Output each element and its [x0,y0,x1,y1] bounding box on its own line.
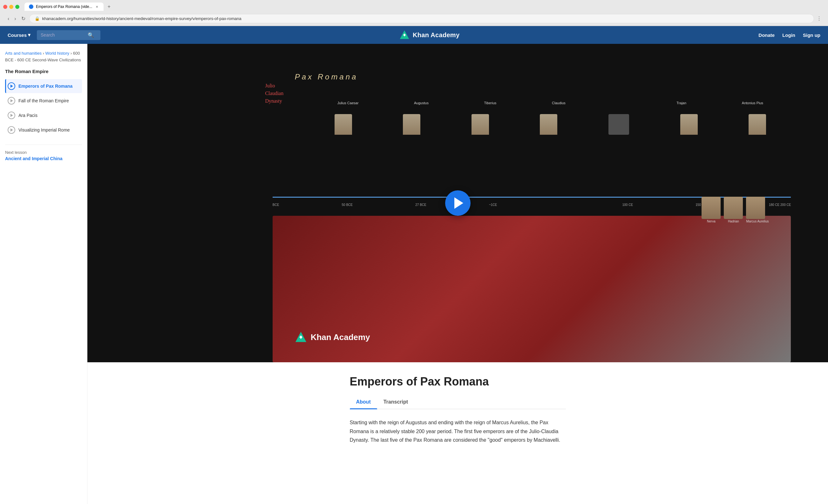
emperor-labels: Julius Caesar Augustus Tiberius Claudius… [309,101,791,105]
tab-title: Emperors of Pax Romana (vide... [36,4,92,9]
address-bar[interactable]: 🔒 khanacadem.org/humanities/world-histor… [29,14,814,23]
lesson-item-ara[interactable]: Ara Pacis [5,109,82,122]
lesson-title-visualizing: Visualizing Imperial Rome [18,127,70,132]
sidebar: Arts and humanities › World history › 60… [0,44,87,504]
login-button[interactable]: Login [782,32,795,38]
tabs-row: About Transcript [350,396,566,409]
lesson-list: Emperors of Pax Romana Fall of the Roman… [5,79,82,137]
play-triangle-icon-visualizing [10,128,13,132]
breadcrumb-world-history[interactable]: World history [45,51,69,56]
pax-romana-title: Pax Romana [295,73,358,81]
active-tab[interactable]: Emperors of Pax Romana (vide... ✕ [25,3,104,11]
play-arrow-icon [454,197,463,209]
tab-about[interactable]: About [350,396,377,409]
browser-chrome: Emperors of Pax Romana (vide... ✕ + ‹ › … [0,0,828,26]
play-triangle-icon-ara [10,114,13,117]
search-input[interactable] [41,32,85,38]
lesson-title-ara: Ara Pacis [18,113,38,118]
page-layout: Arts and humanities › World history › 60… [0,44,828,504]
close-window-btn[interactable] [3,5,7,9]
article-title: Emperors of Pax Romana [350,375,566,388]
main-content: Pax Romana JulioClaudianDynasty Julius C… [87,44,828,504]
courses-chevron-icon: ▾ [28,32,31,38]
play-triangle-icon [10,85,13,88]
url-text: khanacadem.org/humanities/world-history/… [42,16,809,21]
play-button[interactable] [445,191,470,216]
forward-button[interactable]: › [13,15,17,23]
signup-button[interactable]: Sign up [803,32,820,38]
courses-label: Courses [8,32,27,38]
dynasty-text: JulioClaudianDynasty [265,82,283,105]
ka-watermark-icon [295,331,307,343]
tab-transcript[interactable]: Transcript [377,396,414,409]
lower-busts: Nerva Hadrian Marcus Aurelius [702,197,769,223]
play-btn-visualizing [8,126,15,134]
courses-menu[interactable]: Courses ▾ [8,32,31,38]
article-body: Starting with the reign of Augustus and … [350,418,566,444]
emperor-busts [309,114,791,135]
next-lesson-section: Next lesson Ancient and Imperial China [5,144,82,161]
ka-watermark: Khan Academy [295,331,370,343]
back-button[interactable]: ‹ [6,15,10,23]
lesson-item-emperors[interactable]: Emperors of Pax Romana [5,79,82,93]
tab-bar: Emperors of Pax Romana (vide... ✕ + [3,3,825,11]
lesson-item-visualizing[interactable]: Visualizing Imperial Rome [5,123,82,137]
window-controls [3,5,19,9]
search-icon: 🔍 [88,32,94,38]
video-placeholder: Pax Romana JulioClaudianDynasty Julius C… [87,44,828,362]
minimize-window-btn[interactable] [9,5,13,9]
play-btn-ara [8,112,15,119]
ka-navbar: Courses ▾ 🔍 Khan Academy Donate Login Si… [0,26,828,44]
tab-favicon [29,4,33,9]
ka-nav-right: Donate Login Sign up [758,32,820,38]
ka-watermark-text: Khan Academy [311,332,370,342]
article-section: Emperors of Pax Romana About Transcript … [331,362,585,457]
tab-close-btn[interactable]: ✕ [95,4,99,9]
reload-button[interactable]: ↻ [20,14,27,23]
browser-menu-icon[interactable]: ⋮ [817,15,822,22]
ka-logo-text: Khan Academy [413,32,459,39]
unit-title: The Roman Empire [5,69,82,74]
new-tab-button[interactable]: + [105,3,113,11]
ka-logo-icon [400,30,410,40]
lesson-title-fall: Fall of the Roman Empire [18,98,69,103]
address-bar-row: ‹ › ↻ 🔒 khanacadem.org/humanities/world-… [3,13,825,26]
lock-icon: 🔒 [35,16,40,21]
breadcrumb-sep2: › [71,51,73,56]
play-overlay[interactable] [445,191,470,216]
search-box[interactable]: 🔍 [37,30,100,40]
next-lesson-title[interactable]: Ancient and Imperial China [5,156,82,161]
breadcrumb: Arts and humanities › World history › 60… [5,50,82,64]
breadcrumb-arts[interactable]: Arts and humanities [5,51,42,56]
ka-logo[interactable]: Khan Academy [107,30,752,40]
lesson-item-fall[interactable]: Fall of the Roman Empire [5,94,82,108]
maximize-window-btn[interactable] [15,5,19,9]
play-btn-emperors [8,82,15,90]
lesson-title-emperors: Emperors of Pax Romana [18,84,73,89]
donate-button[interactable]: Donate [758,32,775,38]
play-triangle-icon-fall [10,99,13,102]
play-btn-fall [8,97,15,104]
video-container: Pax Romana JulioClaudianDynasty Julius C… [87,44,828,362]
next-lesson-label: Next lesson [5,150,82,155]
